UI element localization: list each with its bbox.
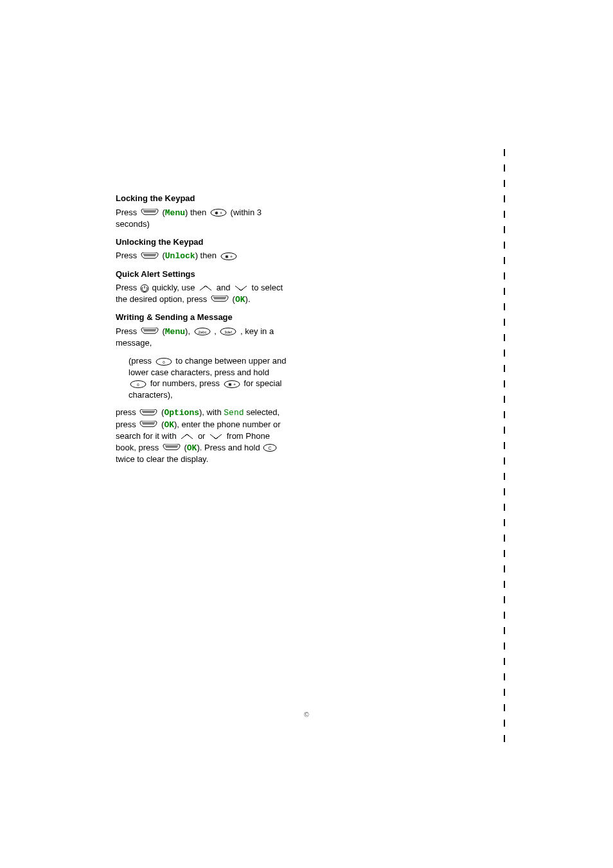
crop-marks	[504, 149, 505, 735]
page-body: Locking the Keypad Press (Menu) then ✱ +…	[116, 193, 289, 472]
writing-line2: press (Options), with Send selected, pre…	[116, 407, 289, 465]
star-key-icon: ✱ +	[209, 209, 227, 217]
star-key-icon: ✱ +	[223, 380, 241, 388]
text: .	[248, 294, 251, 304]
text: or	[198, 431, 208, 441]
text: Press	[116, 283, 139, 292]
three-key-icon: 3def	[219, 328, 237, 335]
writing-line1: Press (Menu), 2abc , 3def , key in a mes…	[116, 326, 289, 349]
text: press	[116, 407, 138, 417]
svg-text:3def: 3def	[225, 330, 233, 334]
scroll-up-icon	[179, 433, 195, 440]
two-key-icon: 2abc	[193, 328, 211, 335]
ok-label: OK	[164, 420, 174, 430]
text: for numbers, press	[150, 378, 222, 388]
text: Press	[116, 251, 139, 260]
svg-text:✱ +: ✱ +	[228, 382, 236, 387]
paren-close: )	[195, 251, 198, 260]
options-label: Options	[164, 408, 199, 418]
heading-writing-message: Writing & Sending a Message	[116, 312, 289, 323]
svg-text:✱ +: ✱ +	[224, 254, 232, 259]
softkey-icon	[139, 421, 158, 429]
heading-locking: Locking the Keypad	[116, 193, 289, 204]
softkey-icon	[140, 252, 159, 260]
locking-instruction: Press (Menu) then ✱ + (within 3 seconds)	[116, 207, 289, 230]
footer-copyright: ©	[0, 711, 613, 720]
text: . Press and hold	[200, 443, 263, 452]
quick-alert-instruction: Press quickly, use and to select the des…	[116, 282, 289, 305]
writing-subnote: (press 0 to change between upper and low…	[129, 355, 289, 400]
unlocking-instruction: Press (Unlock) then ✱ +	[116, 250, 289, 262]
text: then	[200, 251, 219, 260]
zero-key-icon: 0	[129, 380, 147, 388]
text: twice to clear the display.	[116, 454, 208, 464]
svg-text:✱ +: ✱ +	[215, 211, 222, 215]
paren-close: )	[185, 208, 188, 217]
softkey-icon	[140, 328, 159, 335]
scroll-down-icon	[208, 433, 224, 440]
softkey-icon	[210, 296, 229, 303]
ok-label: OK	[187, 443, 197, 453]
star-key-icon: ✱ +	[220, 252, 238, 260]
softkey-icon	[140, 209, 159, 217]
power-key-icon	[140, 284, 149, 293]
zero-key-icon: 0	[155, 358, 173, 366]
menu-label: Menu	[165, 208, 185, 218]
menu-label: Menu	[165, 327, 185, 337]
ok-label: OK	[235, 295, 245, 305]
scroll-up-icon	[198, 285, 213, 292]
svg-text:0: 0	[137, 383, 139, 387]
softkey-icon	[162, 444, 181, 452]
svg-text:2abc: 2abc	[198, 330, 206, 334]
scroll-down-icon	[233, 285, 249, 292]
softkey-icon	[139, 409, 158, 417]
text: quickly, use	[152, 283, 197, 292]
text: then	[190, 208, 209, 217]
text: and	[217, 283, 233, 292]
svg-text:0: 0	[163, 360, 165, 364]
text: , with	[202, 407, 224, 417]
heading-quick-alert: Quick Alert Settings	[116, 269, 289, 280]
unlock-label: Unlock	[165, 251, 195, 261]
clear-key-icon	[263, 444, 277, 452]
text: (press	[129, 356, 154, 366]
text: ,	[214, 326, 218, 336]
text: ,	[188, 326, 192, 336]
heading-unlocking: Unlocking the Keypad	[116, 236, 289, 248]
send-label: Send	[224, 408, 244, 418]
text: Press	[116, 326, 139, 336]
text: Press	[116, 208, 139, 217]
